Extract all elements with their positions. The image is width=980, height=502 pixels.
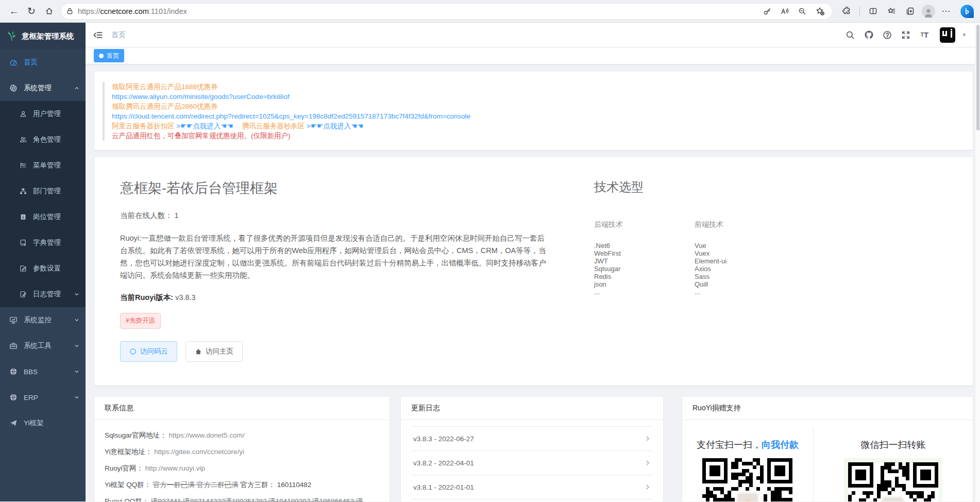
globe-icon (9, 367, 18, 376)
intro-paragraph: Ruoyi:一直想做一款后台管理系统，看了很多优秀的开源项目但是发现没有合适自己… (120, 232, 548, 281)
chevron-down-icon (74, 395, 79, 400)
search-icon[interactable] (844, 29, 856, 41)
changelog-row[interactable]: v3.8.0 - 2021-12-01 (411, 499, 653, 501)
collections-icon[interactable] (901, 3, 919, 20)
extensions-icon[interactable] (838, 3, 855, 20)
top-navbar: 首页 TT ▾ (86, 23, 980, 47)
changelog-row[interactable]: v3.8.2 - 2022-04-01 (411, 451, 653, 475)
toolbar-separator (859, 6, 860, 16)
globe-icon (9, 393, 18, 401)
user-avatar[interactable] (940, 27, 955, 43)
edit-icon (20, 265, 27, 272)
pay-me-link[interactable]: 向我付款 (762, 440, 799, 450)
post-badge-icon (20, 213, 27, 221)
profile-avatar[interactable] (920, 3, 937, 20)
contact-card-title: 联系信息 (94, 397, 390, 420)
chevron-right-icon (645, 436, 651, 442)
version-value: v3.8.3 (175, 293, 196, 302)
sidebar-item-menu-mgmt[interactable]: 菜单管理 (0, 153, 86, 178)
person-icon (923, 7, 934, 18)
users-icon (20, 136, 27, 143)
zoom-out-icon[interactable] (795, 4, 810, 19)
changelog-row[interactable]: v3.8.3 - 2022-06-27 (411, 427, 653, 451)
sidebar-item-dict-mgmt[interactable]: 字典管理 (0, 230, 86, 256)
read-aloud-icon[interactable] (777, 4, 792, 19)
backend-tech-column: 后端技术 .Net6 WebFirst JWT Sqlsugar Redis j… (594, 209, 695, 296)
browser-back-button[interactable]: ← (5, 3, 23, 20)
sidebar-item-log-mgmt[interactable]: 日志管理 (0, 281, 86, 307)
notice-line-tencent-coupon: 领取腾讯云通用云产品2860优惠券 (112, 102, 960, 111)
gear-icon (9, 84, 18, 92)
tag-home[interactable]: 首页 (94, 49, 124, 62)
sidebar: 意框架管理系统 首页 系统管理 用户管理 角色管理 菜单管理 (0, 23, 86, 501)
contact-row: Yi框架 QQ群： 官方一群已满 官方二群已满 官方三群： 160110482 (105, 480, 379, 490)
notice-line-aliyun-coupon: 领取阿里云通用云产品1888优惠券 (112, 82, 960, 92)
contact-row: Yi意框架地址： https://gitee.com/ccnetcore/yi (105, 447, 379, 457)
visit-gitee-button[interactable]: 访问码云 (120, 341, 177, 362)
fullscreen-icon[interactable] (900, 29, 912, 41)
sidebar-item-system-mgmt[interactable]: 系统管理 (0, 75, 86, 101)
sidebar-item-bbs[interactable]: BBS (0, 359, 86, 384)
sidebar-item-yi-framework[interactable]: Yi框架 (0, 410, 86, 436)
sidebar-item-user-mgmt[interactable]: 用户管理 (0, 101, 86, 127)
sitemap-icon (20, 188, 27, 195)
sidebar-item-dept-mgmt[interactable]: 部门管理 (0, 178, 86, 204)
toolbox-icon (9, 342, 18, 350)
notice-line-server-zones: 阿里云服务器折扣区 >☛☛点我进入☚☚ 腾讯云服务器秒杀区 >☛☛点我进入☚☚ (112, 121, 960, 131)
tencent-enter-link[interactable]: >☛☛点我进入☚☚ (307, 122, 363, 130)
password-key-icon[interactable] (759, 4, 775, 19)
chevron-right-icon (645, 460, 651, 466)
sidebar-item-role-mgmt[interactable]: 角色管理 (0, 127, 86, 153)
notice-line-redpacket: 云产品通用红包，可叠加官网常规优惠使用。(仅限新用户) (112, 131, 960, 141)
font-size-icon[interactable]: TT (918, 29, 931, 41)
donate-card-title: RuoYi捐赠支持 (682, 397, 973, 420)
url-path: :1101/index (149, 7, 187, 15)
scrollbar-thumb[interactable] (976, 25, 979, 130)
breadcrumb[interactable]: 首页 (111, 30, 126, 40)
active-dot-icon (99, 54, 104, 58)
page-scrollbar[interactable] (975, 23, 980, 501)
sidebar-item-erp[interactable]: ERP (0, 384, 86, 410)
plant-logo-icon (6, 30, 18, 42)
avatar-caret-icon[interactable]: ▾ (962, 31, 966, 38)
sidebar-item-system-monitor[interactable]: 系统监控 (0, 307, 86, 333)
address-bar[interactable]: https://ccnetcore.com:1101/index (61, 3, 833, 20)
gitee-icon (129, 348, 137, 355)
github-icon[interactable] (863, 29, 875, 41)
sidebar-fold-icon[interactable] (93, 30, 103, 40)
aliyun-enter-link[interactable]: >☛☛点我进入☚☚ (176, 122, 233, 130)
contact-row: Sqlsugar官网地址： https://www.donet5.com/ (105, 430, 379, 440)
sidebar-item-home[interactable]: 首页 (0, 49, 86, 75)
url-text[interactable]: https://ccnetcore.com:1101/index (78, 7, 187, 15)
frontend-tech-column: 前端技术 Vue Vuex Element-ui Axios Sass Quil… (695, 209, 795, 296)
visit-homepage-button[interactable]: 访问主页 (185, 341, 243, 362)
add-favorite-icon[interactable] (812, 4, 827, 19)
wechat-column: 微信扫一扫转账 (813, 427, 973, 501)
browser-refresh-button[interactable]: ↻ (23, 3, 40, 20)
split-screen-icon[interactable] (864, 3, 882, 20)
dictionary-icon (20, 239, 27, 246)
sidebar-item-post-mgmt[interactable]: 岗位管理 (0, 204, 86, 230)
home-icon (45, 7, 54, 15)
notice-link-tencent[interactable]: https://cloud.tencent.com/redirect.php?r… (112, 111, 960, 121)
sidebar-submenu-system: 用户管理 角色管理 菜单管理 部门管理 岗位管理 字典管理 (0, 101, 86, 307)
online-count-line: 当前在线人数： 1 (120, 211, 548, 221)
version-line: 当前Ruoyi版本: v3.8.3 (120, 293, 548, 303)
page-content: 领取阿里云通用云产品1888优惠券 https://www.aliyun.com… (86, 64, 980, 501)
notice-link-aliyun[interactable]: https://www.aliyun.com/minisite/goods?us… (112, 92, 960, 102)
help-icon[interactable] (881, 29, 893, 41)
tree-list-icon (20, 162, 27, 169)
bing-copilot-icon[interactable] (959, 4, 975, 19)
notice-card: 领取阿里云通用云产品1888优惠券 https://www.aliyun.com… (94, 72, 973, 150)
sidebar-item-system-tools[interactable]: 系统工具 (0, 333, 86, 359)
contact-row: Ruoyi QQ群： 满937441 满887144332满180251782 … (105, 496, 379, 501)
browser-home-button[interactable] (40, 3, 58, 20)
browser-menu-icon[interactable]: … (938, 4, 954, 19)
sidebar-logo[interactable]: 意框架管理系统 (0, 23, 86, 49)
favorites-icon[interactable] (883, 3, 900, 20)
log-icon (20, 291, 27, 298)
chevron-right-icon (645, 484, 651, 490)
changelog-row[interactable]: v3.8.1 - 2022-01-01 (411, 475, 653, 499)
sidebar-item-param-settings[interactable]: 参数设置 (0, 256, 86, 281)
alipay-qr-code (702, 458, 792, 501)
